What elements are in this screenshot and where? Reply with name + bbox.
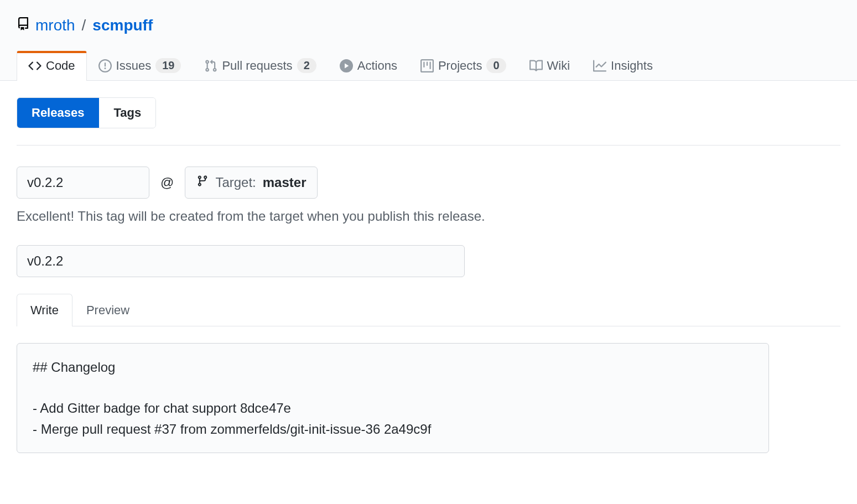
editor-tab-write[interactable]: Write (17, 294, 72, 326)
repo-title: mroth / scmpuff (17, 17, 840, 34)
subnav-releases[interactable]: Releases (17, 98, 99, 128)
repo-name-link[interactable]: scmpuff (92, 17, 153, 34)
tab-label: Code (46, 59, 75, 73)
tab-count: 19 (155, 58, 181, 73)
tab-actions[interactable]: Actions (328, 50, 409, 81)
releases-tags-subnav: Releases Tags (17, 97, 156, 128)
tag-status-note: Excellent! This tag will be created from… (17, 209, 840, 224)
git-pull-request-icon (204, 59, 217, 72)
play-icon (340, 59, 353, 72)
target-label: Target: (215, 175, 256, 190)
graph-icon (593, 59, 606, 72)
tab-code[interactable]: Code (17, 51, 87, 81)
divider (17, 145, 840, 146)
tab-label: Insights (611, 59, 653, 73)
tab-pull-requests[interactable]: Pull requests 2 (193, 50, 328, 81)
subnav-tags[interactable]: Tags (99, 98, 155, 128)
tab-label: Actions (357, 59, 397, 73)
issue-opened-icon (98, 59, 112, 72)
target-branch-button[interactable]: Target: master (185, 167, 318, 199)
tag-version-input[interactable] (17, 167, 149, 199)
release-title-input[interactable] (17, 245, 465, 277)
code-icon (28, 59, 41, 72)
tab-count: 2 (297, 58, 316, 73)
target-branch-name: master (263, 175, 307, 190)
editor-tab-preview[interactable]: Preview (72, 294, 143, 326)
repo-separator: / (82, 17, 86, 34)
tab-count: 0 (486, 58, 506, 73)
repo-nav: Code Issues 19 Pull requests 2 (17, 50, 840, 81)
git-branch-icon (196, 175, 209, 190)
tab-label: Projects (438, 59, 482, 73)
tab-wiki[interactable]: Wiki (518, 50, 582, 81)
repo-icon (17, 17, 30, 34)
repo-owner-link[interactable]: mroth (35, 17, 75, 34)
tab-projects[interactable]: Projects 0 (409, 50, 518, 81)
book-icon (529, 59, 543, 72)
tab-insights[interactable]: Insights (581, 50, 664, 81)
tab-label: Issues (116, 59, 152, 73)
project-icon (420, 59, 434, 72)
editor-tabs: Write Preview (17, 294, 840, 326)
tab-issues[interactable]: Issues 19 (87, 50, 193, 81)
tab-label: Wiki (547, 59, 570, 73)
at-sign: @ (160, 175, 174, 190)
release-description-textarea[interactable]: ## Changelog - Add Gitter badge for chat… (17, 343, 769, 453)
tab-label: Pull requests (222, 59, 292, 73)
